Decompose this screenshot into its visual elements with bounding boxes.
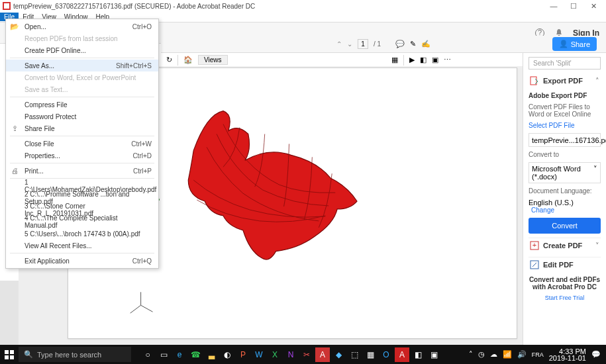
create-pdf-icon: + <box>530 241 539 250</box>
start-trial-link[interactable]: Start Free Trial <box>529 295 601 301</box>
right-panel: Search 'Split' Export PDF ˄ Adobe Export… <box>523 53 606 345</box>
export-icon <box>530 76 539 85</box>
selected-file[interactable]: tempPrevie...167136.pdf ✕ <box>529 133 601 147</box>
task-word[interactable]: W <box>252 347 266 362</box>
task-explorer[interactable]: ▃ <box>204 347 219 362</box>
taskbar: 🔍 Type here to search ○ ▭ e ☎ ▃ ◐ P W X … <box>0 345 606 364</box>
create-pdf-label: Create PDF <box>543 242 591 250</box>
menu-convert-office: Convert to Word, Excel or PowerPoint <box>6 71 158 83</box>
task-app-2[interactable]: ⬚ <box>347 347 362 362</box>
taskbar-search[interactable]: 🔍 Type here to search <box>19 347 131 362</box>
tray-lang[interactable]: FRA <box>532 351 544 358</box>
doc-lang-value: English (U.S.) <box>529 199 574 206</box>
task-ppt[interactable]: P <box>236 347 250 362</box>
task-autocad[interactable]: A <box>315 347 330 362</box>
menu-open[interactable]: 📂 Open... Ctrl+O <box>6 21 158 32</box>
convert-format-select[interactable]: Microsoft Word (*.docx) ˅ <box>529 162 601 183</box>
menu-share[interactable]: ⇪ Share File <box>6 122 158 134</box>
task-app-5[interactable]: ▣ <box>427 347 441 362</box>
pdf-icon <box>3 2 11 10</box>
edit-pdf-label: Edit PDF <box>543 261 599 269</box>
chevron-up-icon: ˄ <box>595 77 599 85</box>
menu-recent-4[interactable]: 4 C:\...\The Complete Specialist Manual.… <box>6 216 158 228</box>
menu-close-file[interactable]: Close FileCtrl+W <box>6 138 158 150</box>
close-button[interactable]: ✕ <box>583 0 603 12</box>
task-edge[interactable]: e <box>172 347 187 362</box>
svg-rect-11 <box>5 350 9 354</box>
search-icon: 🔍 <box>24 350 33 359</box>
task-whatsapp[interactable]: ☎ <box>188 347 203 362</box>
tray-icon-1[interactable]: ◷ <box>478 350 485 359</box>
adobe-export-sub: Convert PDF Files to Word or Excel Onlin… <box>529 103 601 118</box>
task-cortana[interactable]: ○ <box>140 347 155 362</box>
task-acrobat[interactable]: A <box>395 347 409 362</box>
task-app-1[interactable]: ◆ <box>331 347 346 362</box>
edit-pdf-row[interactable]: Edit PDF <box>529 257 601 272</box>
task-taskview[interactable]: ▭ <box>156 347 171 362</box>
create-pdf-row[interactable]: + Create PDF ˅ <box>529 238 601 253</box>
menu-reopen: Reopen PDFs from last session <box>6 32 158 44</box>
menu-recent-5[interactable]: 5 C:\Users\...\broch 174743 b (00A).pdf <box>6 228 158 240</box>
menu-compress[interactable]: Compress File <box>6 99 158 111</box>
search-input[interactable]: Search 'Split' <box>529 57 601 69</box>
menu-exit[interactable]: Exit ApplicationCtrl+Q <box>6 255 158 267</box>
tray-date: 2019-11-01 <box>549 355 586 361</box>
task-chrome[interactable]: ◐ <box>220 347 234 362</box>
export-pdf-row[interactable]: Export PDF ˄ <box>529 73 601 88</box>
titlebar: tempPreview_637082227157167136.pdf (SECU… <box>0 0 606 12</box>
svg-rect-14 <box>10 355 14 359</box>
menu-save-as[interactable]: Save As... Shift+Ctrl+S <box>6 60 158 71</box>
svg-rect-13 <box>5 355 9 359</box>
edit-pdf-icon <box>530 260 539 269</box>
open-icon: 📂 <box>10 22 19 31</box>
file-menu: 📂 Open... Ctrl+O Reopen PDFs from last s… <box>5 19 159 269</box>
menu-view-recent[interactable]: View All Recent Files... <box>6 240 158 251</box>
svg-text:+: + <box>532 241 536 249</box>
doc-lang-row: English (U.S.) Change <box>529 199 601 214</box>
task-outlook[interactable]: O <box>379 347 393 362</box>
svg-line-6 <box>130 305 141 313</box>
chevron-down-icon: ˅ <box>595 242 599 250</box>
separator <box>10 253 154 253</box>
print-icon: 🖨 <box>10 166 19 175</box>
task-app-3[interactable]: ▦ <box>363 347 378 362</box>
tray-notifications-icon[interactable]: 💬 <box>591 350 601 359</box>
svg-line-5 <box>141 305 153 312</box>
svg-rect-1 <box>4 3 9 9</box>
tray-time: 4:33 PM <box>549 348 586 355</box>
taskbar-search-placeholder: Type here to search <box>37 351 101 359</box>
adobe-export-title: Adobe Export PDF <box>529 92 601 99</box>
change-lang-link[interactable]: Change <box>531 206 554 214</box>
start-button[interactable] <box>0 345 19 364</box>
menu-create-online[interactable]: Create PDF Online... <box>6 44 158 56</box>
selected-file-label: tempPrevie...167136.pdf <box>532 136 606 144</box>
export-pdf-label: Export PDF <box>543 77 591 85</box>
system-tray: ˄ ◷ ☁ 📶 🔊 FRA 4:33 PM 2019-11-01 💬 <box>469 348 606 361</box>
menu-print[interactable]: 🖨 Print... Ctrl+P <box>6 165 158 177</box>
share-icon: ⇪ <box>10 124 19 133</box>
menu-properties[interactable]: Properties...Ctrl+D <box>6 150 158 161</box>
minimize-button[interactable]: — <box>544 0 564 12</box>
window-title: tempPreview_637082227157167136.pdf (SECU… <box>13 3 544 10</box>
separator <box>10 97 154 97</box>
select-pdf-link[interactable]: Select PDF File <box>529 122 601 129</box>
edit-promo-text: Convert and edit PDFs with Acrobat Pro D… <box>529 276 601 291</box>
convert-to-label: Convert to <box>529 151 601 158</box>
tray-volume-icon[interactable]: 🔊 <box>517 350 527 359</box>
task-excel[interactable]: X <box>268 347 282 362</box>
task-app-4[interactable]: ◧ <box>411 347 425 362</box>
task-list: ○ ▭ e ☎ ▃ ◐ P W X N ✂ A ◆ ⬚ ▦ O A ◧ ▣ <box>140 347 441 362</box>
tray-wifi-icon[interactable]: 📶 <box>503 350 512 359</box>
convert-button[interactable]: Convert <box>529 218 601 234</box>
svg-rect-12 <box>10 350 14 354</box>
maximize-button[interactable]: ☐ <box>564 0 583 12</box>
separator <box>10 163 154 163</box>
doc-lang-label: Document Language: <box>529 187 601 195</box>
menu-password[interactable]: Password Protect <box>6 111 158 122</box>
tray-clock[interactable]: 4:33 PM 2019-11-01 <box>549 348 586 361</box>
tray-cloud-icon[interactable]: ☁ <box>490 350 497 359</box>
task-onenote[interactable]: N <box>283 347 298 362</box>
tray-up-icon[interactable]: ˄ <box>469 350 473 359</box>
task-snip[interactable]: ✂ <box>299 347 314 362</box>
convert-format-value: Microsoft Word (*.docx) <box>532 165 593 181</box>
